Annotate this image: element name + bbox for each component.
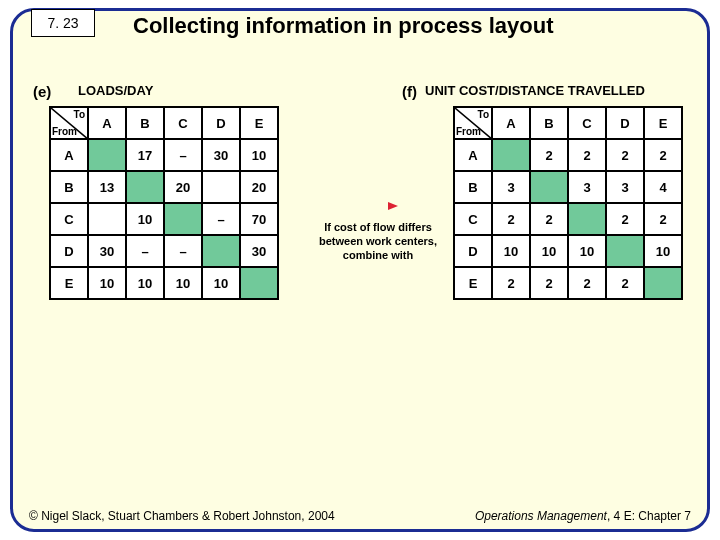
row-header: B bbox=[50, 171, 88, 203]
footer-right: Operations Management, 4 E: Chapter 7 bbox=[475, 509, 691, 523]
label-e: (e) bbox=[33, 83, 51, 100]
cell bbox=[492, 139, 530, 171]
cell: 10 bbox=[126, 267, 164, 299]
cell: 10 bbox=[126, 203, 164, 235]
cell: 70 bbox=[240, 203, 278, 235]
col-header: D bbox=[202, 107, 240, 139]
row-header: C bbox=[454, 203, 492, 235]
col-header: A bbox=[492, 107, 530, 139]
cell: – bbox=[164, 139, 202, 171]
cell bbox=[644, 267, 682, 299]
cell: 2 bbox=[530, 139, 568, 171]
cell: 10 bbox=[164, 267, 202, 299]
col-header: E bbox=[644, 107, 682, 139]
row-header: E bbox=[454, 267, 492, 299]
cell: 10 bbox=[530, 235, 568, 267]
from-label: From bbox=[456, 126, 481, 137]
cell: 30 bbox=[202, 139, 240, 171]
slide-title: Collecting information in process layout bbox=[133, 13, 554, 39]
row-header: B bbox=[454, 171, 492, 203]
row-header: A bbox=[50, 139, 88, 171]
cell: 10 bbox=[240, 139, 278, 171]
cell: 3 bbox=[568, 171, 606, 203]
cell: 13 bbox=[88, 171, 126, 203]
cell: 4 bbox=[644, 171, 682, 203]
row-header: D bbox=[454, 235, 492, 267]
col-header: C bbox=[568, 107, 606, 139]
slide-number: 7. 23 bbox=[47, 15, 78, 31]
cell bbox=[568, 203, 606, 235]
cell: 10 bbox=[492, 235, 530, 267]
cell bbox=[202, 171, 240, 203]
arrow-icon bbox=[298, 201, 398, 211]
row-header: C bbox=[50, 203, 88, 235]
to-label: To bbox=[478, 109, 489, 120]
cell: – bbox=[202, 203, 240, 235]
cell: 20 bbox=[240, 171, 278, 203]
cell bbox=[240, 267, 278, 299]
cell: 10 bbox=[202, 267, 240, 299]
cell bbox=[126, 171, 164, 203]
cell: 2 bbox=[606, 267, 644, 299]
cell: 30 bbox=[240, 235, 278, 267]
slide-sheet: 7. 23 Collecting information in process … bbox=[10, 8, 710, 532]
cell bbox=[530, 171, 568, 203]
cell: 2 bbox=[606, 203, 644, 235]
slide-stage: 7. 23 Collecting information in process … bbox=[0, 0, 720, 540]
mid-text: If cost of flow differs between work cen… bbox=[303, 221, 453, 262]
cell: 10 bbox=[88, 267, 126, 299]
cell: 2 bbox=[492, 267, 530, 299]
table-corner: To From bbox=[50, 107, 88, 139]
cell bbox=[88, 139, 126, 171]
col-header: B bbox=[126, 107, 164, 139]
cell bbox=[88, 203, 126, 235]
caption-f: UNIT COST/DISTANCE TRAVELLED bbox=[425, 83, 645, 98]
cell bbox=[606, 235, 644, 267]
cell: 2 bbox=[530, 203, 568, 235]
cell: 3 bbox=[606, 171, 644, 203]
cell: 17 bbox=[126, 139, 164, 171]
col-header: B bbox=[530, 107, 568, 139]
footer-right-plain: , 4 E: Chapter 7 bbox=[607, 509, 691, 523]
cell: 2 bbox=[644, 139, 682, 171]
table-unitcost: To From A B C D E A 2 2 2 2 B 3 bbox=[453, 106, 683, 300]
cell: 10 bbox=[568, 235, 606, 267]
caption-e: LOADS/DAY bbox=[78, 83, 153, 98]
slide-number-box: 7. 23 bbox=[31, 9, 95, 37]
cell bbox=[164, 203, 202, 235]
row-header: A bbox=[454, 139, 492, 171]
cell bbox=[202, 235, 240, 267]
footer-right-italic: Operations Management bbox=[475, 509, 607, 523]
table-corner: To From bbox=[454, 107, 492, 139]
cell: 2 bbox=[492, 203, 530, 235]
cell: 2 bbox=[606, 139, 644, 171]
cell: 30 bbox=[88, 235, 126, 267]
col-header: C bbox=[164, 107, 202, 139]
cell: – bbox=[164, 235, 202, 267]
row-header: D bbox=[50, 235, 88, 267]
col-header: E bbox=[240, 107, 278, 139]
col-header: A bbox=[88, 107, 126, 139]
to-label: To bbox=[74, 109, 85, 120]
cell: 2 bbox=[530, 267, 568, 299]
footer-left: © Nigel Slack, Stuart Chambers & Robert … bbox=[29, 509, 335, 523]
cell: 2 bbox=[644, 203, 682, 235]
table-loads: To From A B C D E A 17 – 30 10 B 13 bbox=[49, 106, 279, 300]
cell: – bbox=[126, 235, 164, 267]
svg-marker-3 bbox=[388, 202, 398, 210]
cell: 2 bbox=[568, 139, 606, 171]
row-header: E bbox=[50, 267, 88, 299]
label-f: (f) bbox=[402, 83, 417, 100]
cell: 20 bbox=[164, 171, 202, 203]
cell: 3 bbox=[492, 171, 530, 203]
cell: 10 bbox=[644, 235, 682, 267]
from-label: From bbox=[52, 126, 77, 137]
cell: 2 bbox=[568, 267, 606, 299]
col-header: D bbox=[606, 107, 644, 139]
